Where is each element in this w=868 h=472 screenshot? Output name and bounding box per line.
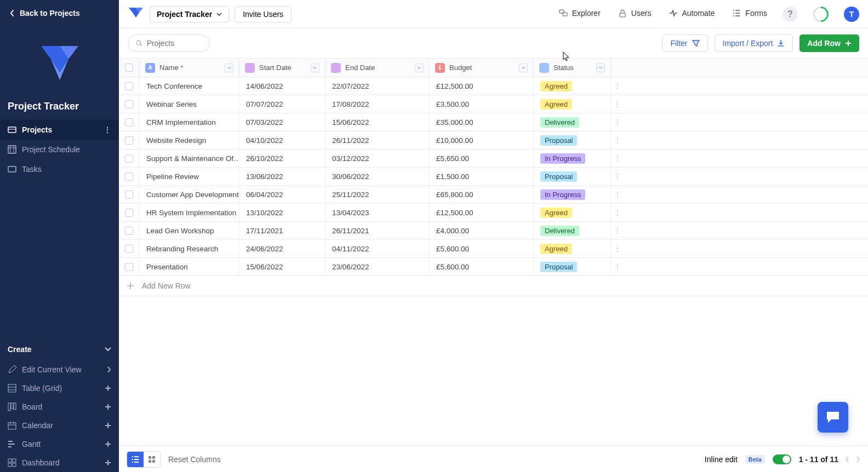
cell-budget[interactable]: £35,000.00: [430, 113, 534, 131]
table-row[interactable]: Rebranding Research24/06/202204/11/2022£…: [119, 240, 868, 258]
sidebar-item-tasks[interactable]: Tasks: [0, 159, 119, 179]
cell-status[interactable]: Agreed: [534, 95, 611, 113]
cell-status[interactable]: Delivered: [534, 113, 611, 131]
table-row[interactable]: Webinar Series07/07/202217/08/2022£3,500…: [119, 95, 868, 113]
create-board[interactable]: Board: [0, 398, 119, 416]
column-menu-icon[interactable]: [415, 64, 424, 72]
cell-start-date[interactable]: 04/10/2022: [239, 131, 326, 149]
user-avatar[interactable]: T: [844, 7, 859, 22]
cell-start-date[interactable]: 13/10/2022: [239, 204, 326, 221]
cell-start-date[interactable]: 26/10/2022: [239, 149, 326, 167]
column-header-end-date[interactable]: End Date: [326, 59, 430, 77]
cell-budget[interactable]: £65,800.00: [430, 186, 534, 203]
cell-budget[interactable]: £12,500.00: [430, 204, 534, 221]
row-actions[interactable]: ⋮: [611, 240, 624, 257]
cell-status[interactable]: Agreed: [534, 204, 611, 221]
cell-status[interactable]: Agreed: [534, 77, 611, 95]
cell-budget[interactable]: £5,600.00: [430, 240, 534, 257]
row-checkbox[interactable]: [119, 168, 140, 185]
row-actions[interactable]: ⋮: [611, 258, 624, 275]
cell-end-date[interactable]: 03/12/2022: [326, 149, 430, 167]
table-row[interactable]: CRM Implementation07/03/202215/06/2022£3…: [119, 113, 868, 131]
table-row[interactable]: Website Redesign04/10/202226/11/2022£10,…: [119, 131, 868, 149]
column-header-budget[interactable]: £Budget: [430, 59, 534, 77]
topnav-automate[interactable]: Automate: [669, 9, 715, 20]
row-actions[interactable]: ⋮: [611, 113, 624, 131]
row-checkbox[interactable]: [119, 113, 140, 131]
cell-name[interactable]: Rebranding Research: [140, 240, 239, 257]
project-dropdown[interactable]: Project Tracker: [150, 6, 229, 22]
table-row[interactable]: Tech Conference14/06/202222/07/2022£12,5…: [119, 77, 868, 95]
table-row[interactable]: Pipeline Review13/06/202230/06/2022£1,50…: [119, 168, 868, 186]
column-menu-icon[interactable]: [596, 64, 605, 72]
select-all-checkbox[interactable]: [119, 59, 140, 77]
topnav-users[interactable]: Users: [618, 9, 652, 20]
column-menu-icon[interactable]: [225, 64, 233, 72]
search-input[interactable]: [147, 39, 202, 48]
table-row[interactable]: Lead Gen Workshop17/11/202126/11/2021£4,…: [119, 222, 868, 240]
cell-end-date[interactable]: 22/07/2022: [326, 77, 430, 95]
table-row[interactable]: Support & Maintenance Of…26/10/202203/12…: [119, 149, 868, 168]
cell-name[interactable]: Customer App Development: [140, 186, 239, 203]
cell-budget[interactable]: £5,600.00: [430, 258, 534, 275]
row-actions[interactable]: ⋮: [611, 168, 624, 185]
cell-end-date[interactable]: 26/11/2022: [326, 131, 430, 149]
row-checkbox[interactable]: [119, 77, 140, 95]
row-checkbox[interactable]: [119, 240, 140, 257]
topnav-forms[interactable]: Forms: [732, 9, 767, 20]
prev-page-icon[interactable]: [845, 456, 849, 463]
cell-name[interactable]: Lead Gen Workshop: [140, 222, 239, 239]
column-menu-icon[interactable]: [519, 64, 528, 72]
table-row[interactable]: Presentation15/06/202223/06/2022£5,600.0…: [119, 258, 868, 276]
cell-name[interactable]: Pipeline Review: [140, 168, 239, 185]
column-header-name[interactable]: AName *: [140, 59, 239, 77]
cell-start-date[interactable]: 06/04/2022: [239, 186, 326, 203]
cell-name[interactable]: CRM Implementation: [140, 113, 239, 131]
add-new-row[interactable]: Add New Row: [119, 276, 868, 296]
cell-start-date[interactable]: 07/03/2022: [239, 113, 326, 131]
grid-view-toggle[interactable]: [144, 452, 160, 467]
import-export-button[interactable]: Import / Export: [715, 34, 793, 52]
create-section-header[interactable]: Create: [0, 338, 119, 360]
row-actions[interactable]: ⋮: [611, 95, 624, 113]
column-menu-icon[interactable]: [311, 64, 319, 72]
more-icon[interactable]: ⋮: [104, 125, 111, 134]
cell-status[interactable]: Proposal: [534, 168, 611, 185]
brand-icon[interactable]: [128, 6, 144, 22]
cell-budget[interactable]: £10,000.00: [430, 131, 534, 149]
row-checkbox[interactable]: [119, 149, 140, 167]
create-calendar[interactable]: Calendar: [0, 416, 119, 435]
cell-status[interactable]: In Progress: [534, 186, 611, 203]
cell-budget[interactable]: £12,500.00: [430, 77, 534, 95]
cell-name[interactable]: Tech Conference: [140, 77, 239, 95]
cell-start-date[interactable]: 17/11/2021: [239, 222, 326, 239]
cell-start-date[interactable]: 15/06/2022: [239, 258, 326, 275]
cell-budget[interactable]: £4,000.00: [430, 222, 534, 239]
cell-name[interactable]: Presentation: [140, 258, 239, 275]
back-to-projects[interactable]: Back to Projects: [0, 0, 119, 26]
cell-start-date[interactable]: 07/07/2022: [239, 95, 326, 113]
row-checkbox[interactable]: [119, 186, 140, 203]
invite-users-button[interactable]: Invite Users: [235, 6, 292, 22]
cell-end-date[interactable]: 25/11/2022: [326, 186, 430, 203]
table-row[interactable]: HR System Implementation13/10/202213/04/…: [119, 204, 868, 222]
list-view-toggle[interactable]: [127, 452, 144, 467]
cell-name[interactable]: Webinar Series: [140, 95, 239, 113]
filter-button[interactable]: Filter: [662, 34, 707, 52]
cell-end-date[interactable]: 15/06/2022: [326, 113, 430, 131]
sidebar-item-projects[interactable]: Projects⋮: [0, 120, 119, 140]
cell-name[interactable]: Support & Maintenance Of…: [140, 149, 239, 167]
cell-status[interactable]: Proposal: [534, 258, 611, 275]
reset-columns[interactable]: Reset Columns: [168, 455, 221, 464]
cell-end-date[interactable]: 17/08/2022: [326, 95, 430, 113]
row-actions[interactable]: ⋮: [611, 186, 624, 203]
create-table-grid-[interactable]: Table (Grid): [0, 379, 119, 398]
row-actions[interactable]: ⋮: [611, 222, 624, 239]
cell-end-date[interactable]: 30/06/2022: [326, 168, 430, 185]
cell-end-date[interactable]: 04/11/2022: [326, 240, 430, 257]
row-checkbox[interactable]: [119, 95, 140, 113]
chat-button[interactable]: [818, 402, 848, 433]
cell-status[interactable]: Agreed: [534, 240, 611, 257]
cell-status[interactable]: Proposal: [534, 131, 611, 149]
row-checkbox[interactable]: [119, 204, 140, 221]
